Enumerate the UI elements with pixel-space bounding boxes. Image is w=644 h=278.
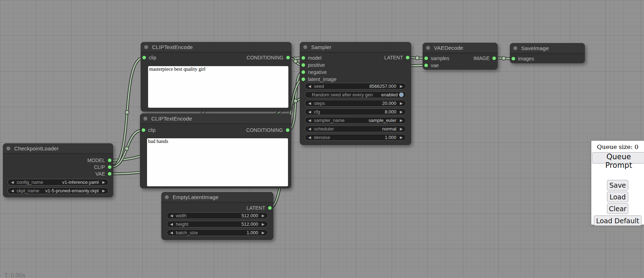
node-title-bar[interactable]: SaveImage — [510, 43, 585, 54]
collapse-dot-icon[interactable] — [165, 195, 169, 199]
collapse-dot-icon[interactable] — [143, 117, 147, 121]
widget-cfg[interactable]: ◀ cfg 8.000 ▶ — [305, 108, 406, 115]
output-slot-vae[interactable]: VAE — [95, 170, 111, 177]
input-dot-icon[interactable] — [302, 56, 305, 60]
output-dot-icon[interactable] — [286, 56, 290, 59]
output-slot-model[interactable]: MODEL — [87, 157, 111, 164]
decrement-icon[interactable]: ◀ — [308, 119, 311, 122]
save-button[interactable]: Save — [607, 180, 628, 191]
input-slot-negative[interactable]: negative — [302, 69, 327, 76]
increment-icon[interactable]: ▶ — [102, 181, 105, 184]
collapse-dot-icon[interactable] — [513, 46, 517, 50]
output-dot-icon[interactable] — [108, 172, 111, 176]
widget-sampler-name[interactable]: ◀ sampler_name sample_euler ▶ — [305, 117, 406, 124]
input-dot-icon[interactable] — [512, 57, 515, 60]
node-clip-text-encode-positive[interactable]: CLIPTextEncode clip CONDITIONING masterp… — [141, 42, 292, 112]
widget-denoise[interactable]: ◀ denoise 1.000 ▶ — [305, 134, 406, 141]
clear-button[interactable]: Clear — [607, 203, 628, 214]
output-slot-conditioning[interactable]: CONDITIONING — [247, 54, 290, 61]
input-slot-positive[interactable]: positive — [302, 62, 325, 69]
collapse-dot-icon[interactable] — [144, 45, 148, 49]
node-empty-latent-image[interactable]: EmptyLatentImage LATENT ◀ width 512.000 … — [161, 192, 273, 240]
output-slot-latent[interactable]: LATENT — [246, 204, 272, 212]
increment-icon[interactable]: ▶ — [262, 223, 265, 226]
widget-ckpt-name[interactable]: ◀ ckpt_name v1-5-pruned-emaonly.ckpt ▶ — [7, 187, 109, 194]
input-slot-images[interactable]: images — [512, 55, 534, 62]
output-slot-clip[interactable]: CLIP — [94, 164, 111, 171]
node-sampler[interactable]: Sampler model positive negative latent_i… — [300, 42, 411, 145]
output-dot-icon[interactable] — [406, 56, 409, 59]
load-button[interactable]: Load — [607, 192, 628, 202]
negative-prompt-textarea[interactable]: bad hands — [147, 138, 288, 186]
widget-config-name[interactable]: ◀ config_name v1-inference.yaml ▶ — [7, 179, 109, 186]
widget-value: 1.000 — [201, 230, 258, 235]
decrement-icon[interactable]: ◀ — [308, 102, 311, 105]
input-slot-clip[interactable]: clip — [142, 54, 156, 61]
input-slot-latent-image[interactable]: latent_image — [302, 76, 336, 83]
increment-icon[interactable]: ▶ — [400, 127, 403, 131]
node-title-bar[interactable]: Sampler — [300, 42, 411, 53]
widget-height[interactable]: ◀ height 512.000 ▶ — [167, 221, 268, 228]
node-checkpoint-loader[interactable]: CheckpointLoader MODEL CLIP VAE ◀ config… — [3, 143, 113, 197]
decrement-icon[interactable]: ◀ — [170, 223, 173, 226]
load-default-button[interactable]: Load Default — [594, 215, 642, 226]
output-dot-icon[interactable] — [286, 128, 289, 132]
output-dot-icon[interactable] — [108, 159, 111, 162]
widget-width[interactable]: ◀ width 512.000 ▶ — [167, 212, 268, 219]
input-dot-icon[interactable] — [424, 57, 428, 60]
decrement-icon[interactable]: ◀ — [308, 110, 311, 114]
increment-icon[interactable]: ▶ — [400, 110, 403, 114]
input-slot-vae[interactable]: vae — [424, 62, 439, 69]
output-slot-conditioning[interactable]: CONDITIONING — [246, 127, 289, 134]
node-vae-decode[interactable]: VAEDecode samples vae IMAGE — [423, 43, 498, 70]
node-title-bar[interactable]: EmptyLatentImage — [161, 192, 273, 203]
widget-batch-size[interactable]: ◀ batch_size 1.000 ▶ — [167, 229, 268, 236]
decrement-icon[interactable]: ◀ — [170, 214, 173, 218]
increment-icon[interactable]: ▶ — [400, 136, 403, 139]
input-dot-icon[interactable] — [424, 64, 428, 67]
input-slot-clip[interactable]: clip — [142, 127, 156, 134]
node-save-image[interactable]: SaveImage images — [510, 43, 585, 63]
output-dot-icon[interactable] — [492, 57, 496, 60]
decrement-icon[interactable]: ◀ — [308, 127, 311, 131]
input-dot-icon[interactable] — [302, 63, 305, 67]
widget-steps[interactable]: ◀ steps 20.000 ▶ — [305, 100, 406, 107]
input-dot-icon[interactable] — [142, 128, 145, 132]
output-slot-latent[interactable]: LATENT — [384, 54, 409, 61]
output-dot-icon[interactable] — [108, 165, 111, 169]
widget-random-seed-toggle[interactable]: Random seed after every gen enabled — [305, 91, 406, 98]
collapse-dot-icon[interactable] — [303, 45, 307, 49]
input-slot-samples[interactable]: samples — [424, 55, 449, 62]
output-slot-image[interactable]: IMAGE — [473, 55, 496, 62]
decrement-icon[interactable]: ◀ — [170, 231, 173, 235]
positive-prompt-textarea[interactable]: masterpiece best quality girl — [148, 66, 288, 108]
increment-icon[interactable]: ▶ — [400, 119, 403, 122]
increment-icon[interactable]: ▶ — [400, 85, 403, 88]
graph-canvas[interactable]: CheckpointLoader MODEL CLIP VAE ◀ config… — [0, 0, 644, 278]
increment-icon[interactable]: ▶ — [262, 214, 265, 218]
collapse-dot-icon[interactable] — [6, 146, 10, 150]
input-dot-icon[interactable] — [302, 77, 305, 81]
decrement-icon[interactable]: ◀ — [11, 181, 14, 184]
node-title-bar[interactable]: VAEDecode — [423, 43, 498, 53]
widget-value: 512.000 — [190, 213, 258, 218]
increment-icon[interactable]: ▶ — [400, 102, 403, 105]
decrement-icon[interactable]: ◀ — [308, 136, 311, 139]
input-slot-model[interactable]: model — [302, 54, 321, 62]
collapse-dot-icon[interactable] — [426, 46, 430, 50]
toggle-knob-icon[interactable] — [399, 92, 404, 97]
widget-seed[interactable]: ◀ seed 8566257.000 ▶ — [305, 83, 406, 90]
node-title-bar[interactable]: CLIPTextEncode — [140, 113, 291, 124]
node-title-bar[interactable]: CLIPTextEncode — [141, 42, 292, 53]
node-title-bar[interactable]: CheckpointLoader — [3, 143, 113, 154]
input-dot-icon[interactable] — [302, 70, 305, 74]
widget-scheduler[interactable]: ◀ scheduler normal ▶ — [305, 125, 406, 132]
node-clip-text-encode-negative[interactable]: CLIPTextEncode clip CONDITIONING bad han… — [140, 113, 291, 188]
output-dot-icon[interactable] — [268, 206, 272, 210]
increment-icon[interactable]: ▶ — [102, 189, 105, 193]
decrement-icon[interactable]: ◀ — [308, 85, 311, 88]
decrement-icon[interactable]: ◀ — [11, 189, 14, 193]
queue-prompt-button[interactable]: Queue Prompt — [592, 152, 644, 164]
input-dot-icon[interactable] — [142, 56, 146, 59]
increment-icon[interactable]: ▶ — [262, 231, 265, 235]
